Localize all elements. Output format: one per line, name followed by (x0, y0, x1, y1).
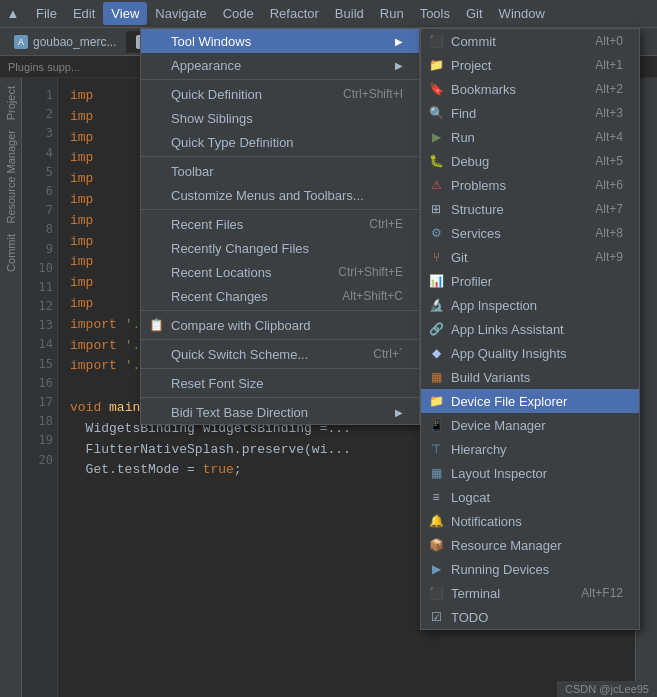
problems-shortcut: Alt+6 (595, 178, 623, 192)
app-logo: ▲ (4, 5, 22, 23)
submenu-project[interactable]: 📁 Project Alt+1 (421, 53, 639, 77)
appearance-label: Appearance (171, 58, 387, 73)
menu-quick-switch[interactable]: Quick Switch Scheme... Ctrl+` (141, 342, 419, 366)
find-label: Find (451, 106, 575, 121)
submenu-commit[interactable]: ⬛ Commit Alt+0 (421, 29, 639, 53)
project-icon: A (14, 35, 28, 49)
menu-git[interactable]: Git (458, 2, 491, 25)
commit-icon: ⬛ (427, 32, 445, 50)
logcat-label: Logcat (451, 490, 623, 505)
submenu-notifications[interactable]: 🔔 Notifications (421, 509, 639, 533)
bookmarks-shortcut: Alt+2 (595, 82, 623, 96)
submenu-profiler[interactable]: 📊 Profiler (421, 269, 639, 293)
menu-quick-type[interactable]: Quick Type Definition (141, 130, 419, 154)
panel-resource-manager[interactable]: Resource Manager (3, 126, 19, 228)
menu-file[interactable]: File (28, 2, 65, 25)
line-13: 13 (26, 316, 53, 335)
menu-view[interactable]: View (103, 2, 147, 25)
menu-quick-def[interactable]: Quick Definition Ctrl+Shift+I (141, 82, 419, 106)
submenu-app-links[interactable]: 🔗 App Links Assistant (421, 317, 639, 341)
submenu-running-devices[interactable]: ▶ Running Devices (421, 557, 639, 581)
menu-recent-files[interactable]: Recent Files Ctrl+E (141, 212, 419, 236)
panel-commit[interactable]: Commit (3, 230, 19, 276)
submenu-terminal[interactable]: ⬛ Terminal Alt+F12 (421, 581, 639, 605)
terminal-shortcut: Alt+F12 (581, 586, 623, 600)
menu-appearance[interactable]: Appearance ▶ (141, 53, 419, 77)
recently-changed-label: Recently Changed Files (171, 241, 403, 256)
menu-code[interactable]: Code (215, 2, 262, 25)
submenu-services[interactable]: ⚙ Services Alt+8 (421, 221, 639, 245)
submenu-logcat[interactable]: ≡ Logcat (421, 485, 639, 509)
submenu-build-variants[interactable]: ▦ Build Variants (421, 365, 639, 389)
menu-tools[interactable]: Tools (412, 2, 458, 25)
commit-label: Commit (451, 34, 575, 49)
app-quality-icon: ◆ (427, 344, 445, 362)
debug-shortcut: Alt+5 (595, 154, 623, 168)
line-10: 10 (26, 259, 53, 278)
menu-run[interactable]: Run (372, 2, 412, 25)
menu-recent-changes[interactable]: Recent Changes Alt+Shift+C (141, 284, 419, 308)
show-siblings-label: Show Siblings (171, 111, 403, 126)
line-16: 16 (26, 374, 53, 393)
submenu-layout-inspector[interactable]: ▦ Layout Inspector (421, 461, 639, 485)
menu-customize-menus[interactable]: Customize Menus and Toolbars... (141, 183, 419, 207)
submenu-git[interactable]: ⑂ Git Alt+9 (421, 245, 639, 269)
todo-label: TODO (451, 610, 623, 625)
submenu-bookmarks[interactable]: 🔖 Bookmarks Alt+2 (421, 77, 639, 101)
submenu-device-file-explorer[interactable]: 📁 Device File Explorer (421, 389, 639, 413)
submenu-structure[interactable]: ⊞ Structure Alt+7 (421, 197, 639, 221)
quick-switch-label: Quick Switch Scheme... (171, 347, 353, 362)
submenu-run[interactable]: ▶ Run Alt+4 (421, 125, 639, 149)
menu-tool-windows[interactable]: Tool Windows ▶ (141, 29, 419, 53)
submenu-resource-manager[interactable]: 📦 Resource Manager (421, 533, 639, 557)
app-inspection-label: App Inspection (451, 298, 623, 313)
menu-refactor[interactable]: Refactor (262, 2, 327, 25)
submenu-app-quality[interactable]: ◆ App Quality Insights (421, 341, 639, 365)
line-2: 2 (26, 105, 53, 124)
layout-inspector-label: Layout Inspector (451, 466, 623, 481)
menu-show-siblings[interactable]: Show Siblings (141, 106, 419, 130)
problems-icon: ⚠ (427, 176, 445, 194)
terminal-label: Terminal (451, 586, 561, 601)
menu-window[interactable]: Window (491, 2, 553, 25)
menu-recent-locations[interactable]: Recent Locations Ctrl+Shift+E (141, 260, 419, 284)
submenu-todo[interactable]: ☑ TODO (421, 605, 639, 629)
line-17: 17 (26, 393, 53, 412)
terminal-icon: ⬛ (427, 584, 445, 602)
tab-project[interactable]: A goubao_merc... (4, 31, 126, 53)
menu-toolbar[interactable]: Toolbar (141, 159, 419, 183)
submenu-hierarchy[interactable]: ⊤ Hierarchy (421, 437, 639, 461)
services-shortcut: Alt+8 (595, 226, 623, 240)
menu-reset-font[interactable]: Reset Font Size (141, 371, 419, 395)
menu-recently-changed[interactable]: Recently Changed Files (141, 236, 419, 260)
menu-compare-clipboard[interactable]: 📋 Compare with Clipboard (141, 313, 419, 337)
menu-build[interactable]: Build (327, 2, 372, 25)
menu-bidi-text[interactable]: Bidi Text Base Direction ▶ (141, 400, 419, 424)
line-9: 9 (26, 240, 53, 259)
compare-clipboard-label: Compare with Clipboard (171, 318, 403, 333)
submenu-app-inspection[interactable]: 🔬 App Inspection (421, 293, 639, 317)
submenu-find[interactable]: 🔍 Find Alt+3 (421, 101, 639, 125)
submenu-problems[interactable]: ⚠ Problems Alt+6 (421, 173, 639, 197)
clipboard-icon: 📋 (147, 316, 165, 334)
build-variants-label: Build Variants (451, 370, 623, 385)
submenu-device-manager[interactable]: 📱 Device Manager (421, 413, 639, 437)
menu-bar: ▲ File Edit View Navigate Code Refactor … (0, 0, 657, 28)
reset-font-label: Reset Font Size (171, 376, 403, 391)
panel-project[interactable]: Project (3, 82, 19, 124)
tool-windows-arrow: ▶ (395, 36, 403, 47)
profiler-label: Profiler (451, 274, 623, 289)
running-devices-icon: ▶ (427, 560, 445, 578)
bidi-text-label: Bidi Text Base Direction (171, 405, 387, 420)
app-links-label: App Links Assistant (451, 322, 623, 337)
profiler-icon: 📊 (427, 272, 445, 290)
device-file-explorer-icon: 📁 (427, 392, 445, 410)
line-6: 6 (26, 182, 53, 201)
quick-def-shortcut: Ctrl+Shift+I (343, 87, 403, 101)
menu-edit[interactable]: Edit (65, 2, 103, 25)
device-manager-label: Device Manager (451, 418, 623, 433)
submenu-debug[interactable]: 🐛 Debug Alt+5 (421, 149, 639, 173)
menu-navigate[interactable]: Navigate (147, 2, 214, 25)
recent-changes-shortcut: Alt+Shift+C (342, 289, 403, 303)
todo-icon: ☑ (427, 608, 445, 626)
